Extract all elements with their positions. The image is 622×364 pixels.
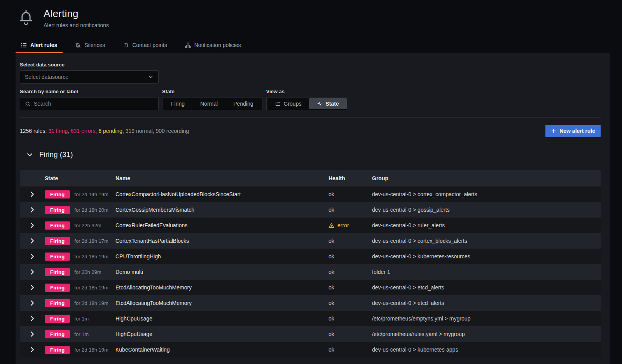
state-duration: for 2d 18h 19m bbox=[74, 300, 108, 306]
group-cell: folder 1 bbox=[372, 269, 601, 275]
tab-alert-rules[interactable]: Alert rules bbox=[16, 38, 63, 53]
health-cell: ok bbox=[328, 284, 372, 291]
table-row[interactable]: Firing for 2d 18h 19m CPUThrottlingHigh … bbox=[20, 249, 601, 264]
row-expand-button[interactable] bbox=[29, 300, 36, 307]
rule-name: CortexCompactorHasNotUploadedBlocksSince… bbox=[115, 191, 328, 197]
rules-table: State Name Health Group Firing for 2d 14… bbox=[20, 170, 601, 357]
search-placeholder: Search bbox=[34, 101, 51, 107]
health-text: ok bbox=[328, 331, 334, 337]
row-expand-button[interactable] bbox=[29, 191, 36, 198]
state-option-firing[interactable]: Firing bbox=[163, 98, 192, 109]
option-label: Groups bbox=[284, 101, 302, 107]
state-filter-group: Firing Normal Pending bbox=[162, 97, 262, 110]
tab-label: Notification policies bbox=[194, 42, 241, 48]
row-expand-button[interactable] bbox=[29, 315, 36, 322]
table-row[interactable]: Firing for 2d 18h 17m CortexTenantHasPar… bbox=[20, 233, 601, 249]
table-row[interactable]: Firing for 22h 32m CortexRulerFailedEval… bbox=[20, 218, 601, 233]
state-option-normal[interactable]: Normal bbox=[192, 98, 225, 109]
table-row[interactable]: Firing for 1m HighCpuUsage ok /etc/prome… bbox=[20, 311, 601, 326]
state-badge: Firing bbox=[45, 268, 70, 276]
tab-bar: Alert rules Silences Contact points bbox=[16, 38, 622, 53]
state-badge: Firing bbox=[45, 284, 70, 292]
rules-table-body: Firing for 2d 14h 19m CortexCompactorHas… bbox=[20, 186, 601, 357]
state-duration: for 2d 18h 17m bbox=[74, 238, 108, 244]
datasource-label: Select data source bbox=[20, 62, 601, 68]
tab-contact-points[interactable]: Contact points bbox=[117, 38, 173, 53]
state-duration: for 1m bbox=[74, 331, 89, 337]
state-duration: for 1m bbox=[74, 316, 89, 322]
health-text: ok bbox=[328, 238, 334, 244]
state-duration: for 2d 18h 19m bbox=[74, 254, 108, 260]
row-expand-button[interactable] bbox=[29, 222, 36, 229]
health-text: ok bbox=[328, 300, 334, 306]
table-row[interactable]: Firing for 2d 14h 19m CortexCompactorHas… bbox=[20, 186, 601, 202]
new-alert-rule-button[interactable]: New alert rule bbox=[545, 125, 601, 137]
view-option-state[interactable]: State bbox=[309, 98, 346, 109]
view-option-groups[interactable]: Groups bbox=[267, 98, 309, 109]
tab-notification-policies[interactable]: Notification policies bbox=[180, 38, 246, 53]
tab-label: Silences bbox=[84, 42, 105, 48]
group-cell: dev-us-central-0 > kubernetes-apps bbox=[372, 347, 601, 353]
rule-name: KubeContainerWaiting bbox=[115, 347, 328, 353]
group-cell: /etc/prometheus/emptyns.yml > mygroup bbox=[372, 315, 601, 322]
plus-icon bbox=[551, 128, 556, 134]
warning-triangle-icon bbox=[328, 223, 334, 228]
pulse-icon bbox=[317, 101, 322, 106]
rule-name: EtcdAllocatingTooMuchMemory bbox=[115, 300, 328, 306]
health-cell: ok bbox=[328, 331, 372, 337]
row-expand-button[interactable] bbox=[29, 237, 36, 244]
rule-name: HighCpuUsage bbox=[115, 315, 328, 322]
state-badge: Firing bbox=[45, 346, 70, 354]
table-row[interactable]: Firing for 2d 18h 19m EtcdAllocatingTooM… bbox=[20, 295, 601, 311]
view-as-label: View as bbox=[266, 89, 348, 94]
row-expand-button[interactable] bbox=[29, 253, 36, 260]
rule-name: CortexGossipMembersMismatch bbox=[115, 207, 328, 213]
datasource-select[interactable]: Select datasource bbox=[20, 70, 159, 84]
row-expand-button[interactable] bbox=[29, 346, 36, 353]
summary-firing: 31 firing bbox=[48, 128, 68, 134]
bell-slash-icon bbox=[75, 42, 81, 48]
summary-rest: 319 normal, 900 recording bbox=[126, 128, 189, 134]
new-alert-rule-label: New alert rule bbox=[559, 128, 595, 134]
table-row[interactable]: Firing for 2d 18h 19m EtcdAllocatingTooM… bbox=[20, 280, 601, 295]
state-duration: for 2d 18h 20m bbox=[74, 207, 108, 213]
page-header: Alerting Alert rules and notifications bbox=[0, 0, 622, 28]
state-option-pending[interactable]: Pending bbox=[225, 98, 261, 109]
group-cell: dev-us-central-0 > cortex_blocks_alerts bbox=[372, 238, 601, 244]
group-cell: dev-us-central-0 > ruler_alerts bbox=[372, 222, 601, 228]
health-cell: ok bbox=[328, 315, 372, 322]
row-expand-button[interactable] bbox=[29, 331, 36, 338]
option-label: State bbox=[325, 101, 339, 107]
health-cell: ok bbox=[328, 253, 372, 260]
table-row[interactable]: Firing for 2d 18h 20m CortexGossipMember… bbox=[20, 202, 601, 218]
table-row[interactable]: Firing for 20h 29m Demo multi ok folder … bbox=[20, 264, 601, 280]
row-expand-button[interactable] bbox=[29, 268, 36, 275]
state-badge: Firing bbox=[45, 206, 70, 214]
firing-section-title: Firing (31) bbox=[39, 150, 73, 159]
table-header-row: State Name Health Group bbox=[20, 170, 601, 186]
row-expand-button[interactable] bbox=[29, 284, 36, 291]
row-expand-button[interactable] bbox=[29, 206, 36, 213]
state-badge: Firing bbox=[45, 237, 70, 245]
search-input[interactable]: Search bbox=[20, 97, 159, 110]
health-text: ok bbox=[328, 269, 334, 275]
tab-label: Contact points bbox=[132, 42, 167, 48]
sitemap-icon bbox=[185, 42, 191, 48]
health-cell: ok bbox=[328, 238, 372, 244]
column-header-group: Group bbox=[372, 175, 601, 181]
table-row[interactable]: Firing for 1m HighCpuUsage ok /etc/prome… bbox=[20, 326, 601, 342]
chevron-down-icon bbox=[148, 74, 154, 80]
search-icon bbox=[25, 101, 31, 107]
summary-total: 1256 rules: bbox=[20, 128, 47, 134]
group-cell: dev-us-central-0 > kubernetes-resources bbox=[372, 253, 601, 260]
folder-icon bbox=[275, 101, 281, 106]
firing-section-toggle[interactable]: Firing (31) bbox=[26, 150, 601, 159]
health-cell: ok bbox=[328, 191, 372, 197]
group-cell: dev-us-central-0 > cortex_compactor_aler… bbox=[372, 191, 601, 197]
chevron-down-icon bbox=[26, 152, 33, 158]
health-cell: ok bbox=[328, 269, 372, 275]
health-cell: ok bbox=[328, 347, 372, 353]
tab-silences[interactable]: Silences bbox=[70, 38, 110, 53]
group-cell: dev-us-central-0 > etcd_alerts bbox=[372, 284, 601, 291]
table-row[interactable]: Firing for 2d 18h 19m KubeContainerWaiti… bbox=[20, 342, 601, 357]
